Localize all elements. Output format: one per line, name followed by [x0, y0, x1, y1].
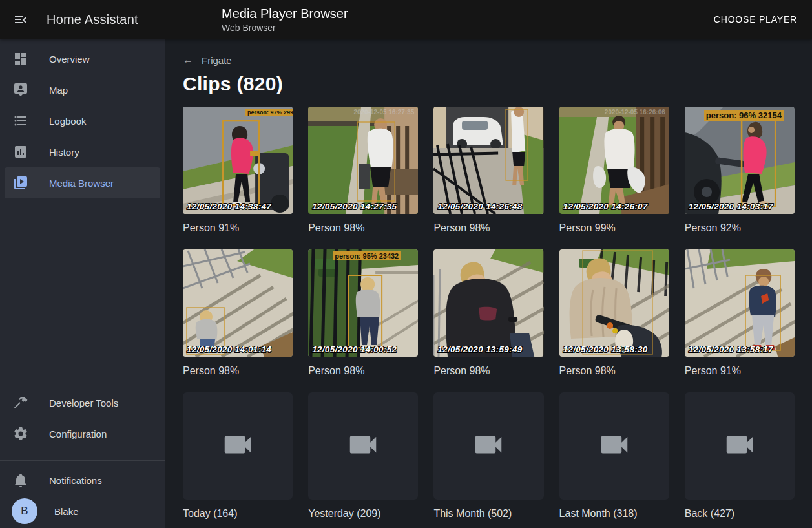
view-title: Media Player Browser	[222, 6, 348, 21]
sidebar-item-map[interactable]: Map	[5, 74, 160, 105]
clip-timestamp: 12/05/2020 14:03:17	[689, 202, 773, 211]
map-account-icon	[13, 82, 28, 98]
clip-item[interactable]: 12/05/2020 13:58:30 Person 98%	[559, 249, 669, 377]
back-arrow-icon: ←	[183, 54, 193, 66]
clip-item[interactable]: 2020-12-05 16:26:06 12/05/2020 14:26:07 …	[559, 107, 669, 234]
detection-label: person: 96% 32154	[704, 110, 784, 121]
clip-item[interactable]: 12/05/2020 13:58:17 Person 91%	[685, 249, 795, 377]
sidebar: Overview Map Logbook History Media Brows…	[0, 39, 165, 528]
dashboard-icon	[13, 51, 28, 67]
breadcrumb-back[interactable]: ← Frigate	[183, 54, 232, 66]
camera-still	[559, 107, 669, 214]
breadcrumb-label: Frigate	[202, 55, 232, 66]
video-camera-icon	[346, 427, 380, 465]
clip-timestamp: 12/05/2020 13:58:30	[563, 344, 648, 354]
clip-timestamp: 12/05/2020 13:58:17	[689, 344, 773, 354]
clip-caption: Person 98%	[183, 365, 293, 377]
folder-caption: Back (427)	[685, 508, 795, 520]
media-play-box-icon	[13, 175, 28, 191]
choose-player-button[interactable]: CHOOSE PLAYER	[709, 9, 802, 30]
sidebar-item-user-profile[interactable]: B Blake	[5, 496, 160, 527]
clip-timestamp: 12/05/2020 13:59:49	[437, 344, 522, 354]
folder-caption: Last Month (318)	[559, 508, 669, 520]
clip-caption: Person 98%	[559, 365, 669, 377]
clip-thumbnail: person: 97% 29988 12/05/2020 14:38:47	[183, 107, 293, 214]
clip-caption: Person 91%	[685, 365, 795, 377]
sidebar-toggle-menu-icon[interactable]	[5, 4, 36, 35]
detection-label: person: 97% 29988	[245, 109, 293, 116]
app-header: Home Assistant Media Player Browser Web …	[0, 0, 812, 39]
sidebar-header: Home Assistant	[0, 4, 165, 35]
clip-timestamp: 12/05/2020 14:26:48	[437, 202, 522, 211]
clip-timestamp: 12/05/2020 14:00:52	[312, 344, 397, 354]
page-title: Clips (820)	[183, 73, 795, 95]
camera-still	[183, 249, 293, 357]
clip-thumbnail: 12/05/2020 14:26:48	[433, 107, 543, 214]
clip-item[interactable]: person: 95% 23432 12/05/2020 14:00:52 Pe…	[308, 249, 418, 377]
app-title: Home Assistant	[47, 12, 138, 27]
clip-thumbnail: 12/05/2020 13:58:17	[685, 249, 795, 357]
camera-still	[433, 249, 543, 357]
folder-card	[685, 392, 795, 500]
sidebar-item-notifications[interactable]: Notifications	[5, 465, 160, 496]
clip-item[interactable]: person: 96% 32154 12/05/2020 14:03:17 Pe…	[685, 107, 795, 234]
history-chart-icon	[13, 144, 28, 160]
video-camera-icon	[597, 427, 632, 465]
clip-caption: Person 98%	[433, 365, 543, 377]
clip-timestamp: 12/05/2020 14:38:47	[187, 202, 271, 211]
folder-item-today[interactable]: Today (164)	[183, 392, 293, 520]
clip-caption: Person 98%	[308, 365, 418, 377]
clip-caption: Person 98%	[308, 222, 418, 234]
view-header: Media Player Browser Web Browser CHOOSE …	[165, 0, 812, 39]
folder-item-yesterday[interactable]: Yesterday (209)	[308, 392, 418, 520]
media-browser-content: ← Frigate Clips (820)	[165, 39, 812, 528]
folder-item-last-month[interactable]: Last Month (318)	[559, 392, 669, 520]
sidebar-item-configuration[interactable]: Configuration	[5, 418, 160, 449]
clip-caption: Person 98%	[433, 222, 543, 234]
camera-still	[433, 107, 543, 214]
clips-grid: person: 97% 29988 12/05/2020 14:38:47 Pe…	[183, 107, 795, 520]
folder-item-back[interactable]: Back (427)	[685, 392, 795, 520]
clip-thumbnail: person: 95% 23432 12/05/2020 14:00:52	[308, 249, 418, 357]
camera-still	[685, 249, 795, 357]
clip-thumbnail: person: 96% 32154 12/05/2020 14:03:17	[685, 107, 795, 214]
clip-item[interactable]: 2020-12-05 16:27:35 12/05/2020 14:27:35 …	[308, 107, 418, 234]
folder-card	[308, 392, 418, 500]
camera-still	[685, 107, 795, 214]
camera-osd-timestamp: 2020-12-05 16:26:06	[605, 109, 665, 116]
clip-thumbnail: 2020-12-05 16:26:06 12/05/2020 14:26:07	[559, 107, 669, 214]
folder-item-this-month[interactable]: This Month (502)	[433, 392, 543, 520]
clip-thumbnail: 12/05/2020 13:59:49	[433, 249, 543, 357]
clip-timestamp: 12/05/2020 14:01:14	[187, 344, 271, 354]
clip-timestamp: 12/05/2020 14:27:35	[312, 202, 397, 211]
sidebar-spacer	[0, 198, 165, 387]
gear-icon	[13, 426, 28, 441]
sidebar-item-overview[interactable]: Overview	[5, 43, 160, 74]
sidebar-item-media-browser[interactable]: Media Browser	[5, 167, 160, 198]
video-camera-icon	[471, 427, 506, 465]
clip-item[interactable]: person: 97% 29988 12/05/2020 14:38:47 Pe…	[183, 107, 293, 234]
detection-label: person: 95% 23432	[333, 251, 401, 260]
folder-card	[559, 392, 669, 500]
folder-card	[183, 392, 293, 500]
clip-item[interactable]: 12/05/2020 13:59:49 Person 98%	[433, 249, 543, 377]
sidebar-item-logbook[interactable]: Logbook	[5, 105, 160, 136]
clip-caption: Person 92%	[685, 222, 795, 234]
clip-timestamp: 12/05/2020 14:26:07	[563, 202, 648, 211]
sidebar-divider	[0, 460, 165, 461]
clip-caption: Person 91%	[183, 222, 293, 234]
logbook-list-icon	[13, 113, 28, 129]
video-camera-icon	[220, 427, 255, 465]
clip-item[interactable]: 12/05/2020 14:26:48 Person 98%	[433, 107, 543, 234]
sidebar-item-developer-tools[interactable]: Developer Tools	[5, 387, 160, 418]
folder-caption: This Month (502)	[433, 508, 543, 520]
clip-item[interactable]: 12/05/2020 14:01:14 Person 98%	[183, 249, 293, 377]
hammer-icon	[13, 395, 28, 410]
camera-still	[559, 249, 669, 357]
clip-caption: Person 99%	[559, 222, 669, 234]
camera-osd-timestamp: 2020-12-05 16:27:35	[353, 109, 414, 116]
avatar: B	[12, 498, 37, 524]
camera-still	[308, 107, 418, 214]
folder-caption: Today (164)	[183, 508, 293, 520]
sidebar-item-history[interactable]: History	[5, 136, 160, 167]
